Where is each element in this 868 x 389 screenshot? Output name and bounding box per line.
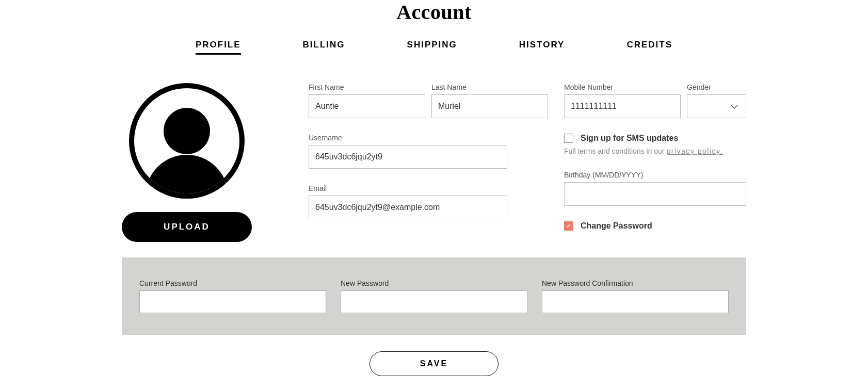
avatar-icon: [129, 83, 245, 199]
first-name-label: First Name: [309, 83, 425, 91]
sms-checkbox[interactable]: [564, 134, 573, 143]
save-button[interactable]: SAVE: [369, 351, 499, 376]
privacy-policy-link[interactable]: privacy policy.: [666, 147, 722, 155]
sms-checkbox-label: Sign up for SMS updates: [581, 134, 678, 143]
new-password-input[interactable]: [341, 290, 527, 313]
last-name-label: Last Name: [431, 83, 548, 91]
birthday-input[interactable]: [564, 182, 746, 206]
change-password-checkbox[interactable]: [564, 221, 573, 231]
email-input[interactable]: [309, 196, 507, 219]
tab-shipping[interactable]: SHIPPING: [407, 40, 457, 55]
mobile-label: Mobile Number: [564, 83, 681, 91]
confirm-password-label: New Password Confirmation: [542, 279, 729, 287]
gender-label: Gender: [687, 83, 746, 91]
birthday-label: Birthday (MM/DD/YYYY): [564, 171, 746, 179]
tab-profile[interactable]: PROFILE: [196, 40, 241, 55]
username-label: Username: [309, 134, 507, 142]
current-password-input[interactable]: [139, 290, 326, 313]
account-tabs: PROFILE BILLING SHIPPING HISTORY CREDITS: [122, 40, 746, 55]
current-password-label: Current Password: [139, 279, 326, 287]
upload-button[interactable]: UPLOAD: [122, 212, 252, 242]
change-password-label: Change Password: [581, 221, 652, 231]
tab-billing[interactable]: BILLING: [303, 40, 345, 55]
password-panel: Current Password New Password New Passwo…: [122, 257, 746, 335]
mobile-input[interactable]: [564, 94, 681, 118]
tab-credits[interactable]: CREDITS: [626, 40, 672, 55]
terms-text: Full terms and conditions in our privacy…: [564, 147, 746, 155]
last-name-input[interactable]: [431, 94, 548, 118]
new-password-label: New Password: [341, 279, 527, 287]
gender-select[interactable]: [687, 94, 746, 118]
tab-history[interactable]: HISTORY: [519, 40, 565, 55]
username-input[interactable]: [309, 145, 507, 169]
email-label: Email: [309, 184, 507, 192]
confirm-password-input[interactable]: [542, 290, 729, 313]
first-name-input[interactable]: [309, 94, 425, 118]
page-title: Account: [122, 0, 746, 24]
